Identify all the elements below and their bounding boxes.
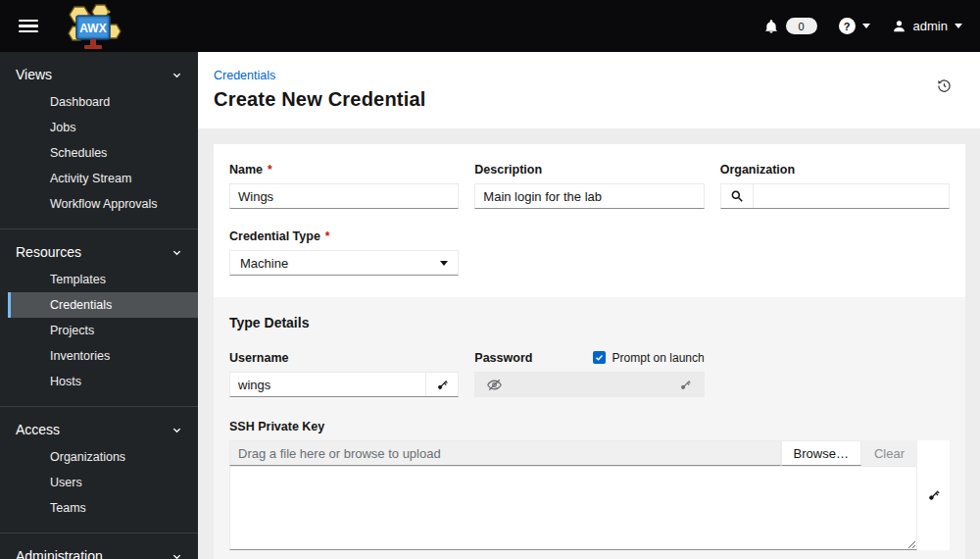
- sidebar-group-administration: Administration: [0, 534, 198, 559]
- page-header: Credentials Create New Credential: [198, 52, 980, 128]
- awx-logo[interactable]: AWX: [61, 3, 123, 52]
- sidebar-item-teams[interactable]: Teams: [8, 495, 198, 521]
- key-icon: [435, 378, 450, 392]
- organization-input[interactable]: [754, 184, 949, 208]
- ssh-key-secret-button[interactable]: [917, 440, 950, 550]
- sidebar-group-views-toggle[interactable]: Views: [0, 60, 198, 89]
- credential-type-select[interactable]: Machine: [229, 250, 459, 276]
- sidebar-group-resources: Resources Templates Credentials Projects…: [0, 229, 198, 407]
- chevron-down-icon: [172, 247, 182, 258]
- prompt-on-launch-checkbox-group[interactable]: Prompt on launch: [593, 351, 705, 365]
- sidebar-group-label: Access: [16, 422, 60, 437]
- sidebar-group-label: Administration: [16, 548, 103, 559]
- chevron-down-icon: [955, 24, 962, 28]
- chevron-down-icon: [172, 425, 182, 435]
- caret-down-icon: [440, 261, 448, 266]
- key-icon: [678, 378, 693, 392]
- awx-logo-icon: AWX: [61, 3, 123, 52]
- chevron-down-icon: [172, 551, 182, 559]
- bell-icon: [763, 19, 779, 34]
- main-content: Credentials Create New Credential Name: [198, 52, 980, 559]
- ssh-key-upload-input[interactable]: [229, 440, 781, 466]
- sidebar-item-users[interactable]: Users: [8, 470, 198, 495]
- credential-type-label: Credential Type: [229, 229, 320, 243]
- name-field-group: Name *: [229, 162, 459, 209]
- ssh-private-key-field-group: SSH Private Key Browse… Clear: [229, 419, 950, 550]
- help-menu-button[interactable]: ?: [839, 18, 870, 34]
- sidebar-group-access-toggle[interactable]: Access: [0, 415, 198, 444]
- sidebar-item-activity-stream[interactable]: Activity Stream: [8, 166, 198, 191]
- user-menu-button[interactable]: admin: [892, 19, 962, 33]
- ssh-private-key-textarea[interactable]: [229, 466, 917, 550]
- organization-search-button[interactable]: [721, 184, 754, 208]
- checkbox-checked-icon: [593, 351, 606, 364]
- sidebar-item-templates[interactable]: Templates: [8, 267, 198, 292]
- sidebar-item-hosts[interactable]: Hosts: [8, 369, 198, 394]
- sidebar-group-label: Resources: [16, 244, 81, 260]
- header-gap: [198, 128, 980, 144]
- sidebar-nav: Views Dashboard Jobs Schedules Activity …: [0, 52, 198, 559]
- prompt-on-launch-label: Prompt on launch: [612, 351, 705, 365]
- notifications-button[interactable]: 0: [763, 18, 817, 34]
- browse-button[interactable]: Browse…: [781, 440, 861, 466]
- history-icon: [936, 77, 953, 94]
- sidebar-group-views: Views Dashboard Jobs Schedules Activity …: [0, 52, 198, 229]
- description-label: Description: [474, 163, 542, 177]
- user-name-label: admin: [913, 19, 948, 33]
- form-main-section: Name * Description Organization: [214, 144, 965, 297]
- name-input[interactable]: [229, 183, 459, 209]
- history-button[interactable]: [936, 77, 953, 94]
- credential-type-selected-value: Machine: [240, 256, 288, 271]
- organization-label: Organization: [720, 163, 795, 177]
- type-details-section: Type Details Username: [214, 297, 965, 559]
- description-field-group: Description: [474, 162, 704, 209]
- username-input[interactable]: [230, 373, 425, 396]
- sidebar-item-workflow-approvals[interactable]: Workflow Approvals: [8, 191, 198, 217]
- username-field-group: Username: [229, 350, 459, 397]
- sidebar-item-organizations[interactable]: Organizations: [8, 444, 198, 470]
- eye-slash-icon: [486, 377, 503, 393]
- sidebar-item-schedules[interactable]: Schedules: [8, 140, 198, 166]
- sidebar-item-inventories[interactable]: Inventories: [8, 343, 198, 369]
- password-label: Password: [474, 351, 532, 365]
- credential-form-card: Name * Description Organization: [214, 144, 965, 559]
- password-input-disabled: [474, 372, 704, 397]
- sidebar-group-label: Views: [16, 67, 52, 82]
- sidebar-item-projects[interactable]: Projects: [8, 318, 198, 343]
- menu-toggle-button[interactable]: [14, 14, 43, 39]
- sidebar-group-access: Access Organizations Users Teams: [0, 407, 198, 534]
- ssh-private-key-label: SSH Private Key: [229, 420, 324, 433]
- credential-type-field-group: Credential Type * Machine: [229, 229, 459, 276]
- type-details-heading: Type Details: [229, 315, 950, 330]
- svg-text:AWX: AWX: [79, 22, 106, 35]
- sidebar-group-resources-toggle[interactable]: Resources: [0, 237, 198, 267]
- notification-count-badge: 0: [786, 18, 817, 34]
- page-title: Create New Credential: [214, 88, 964, 111]
- sidebar-item-credentials[interactable]: Credentials: [8, 292, 198, 318]
- description-input[interactable]: [474, 183, 704, 209]
- password-field-group: Password Prompt on launch: [474, 350, 704, 397]
- sidebar-group-administration-toggle[interactable]: Administration: [0, 541, 198, 559]
- top-navbar: AWX 0 ? admin: [0, 0, 980, 52]
- username-label: Username: [229, 351, 288, 365]
- help-icon: ?: [839, 18, 856, 34]
- organization-field-group: Organization: [720, 162, 950, 209]
- search-icon: [730, 189, 744, 203]
- sidebar-item-dashboard[interactable]: Dashboard: [8, 89, 198, 115]
- clear-button[interactable]: Clear: [861, 440, 917, 466]
- chevron-down-icon: [172, 70, 182, 80]
- chevron-down-icon: [862, 24, 870, 28]
- sidebar-item-jobs[interactable]: Jobs: [8, 115, 198, 140]
- breadcrumb-credentials-link[interactable]: Credentials: [214, 69, 275, 82]
- required-asterisk: *: [325, 229, 330, 243]
- key-icon: [926, 487, 942, 503]
- name-label: Name: [229, 163, 263, 177]
- required-asterisk: *: [268, 163, 272, 177]
- user-icon: [892, 19, 906, 33]
- username-secret-button[interactable]: [425, 373, 458, 396]
